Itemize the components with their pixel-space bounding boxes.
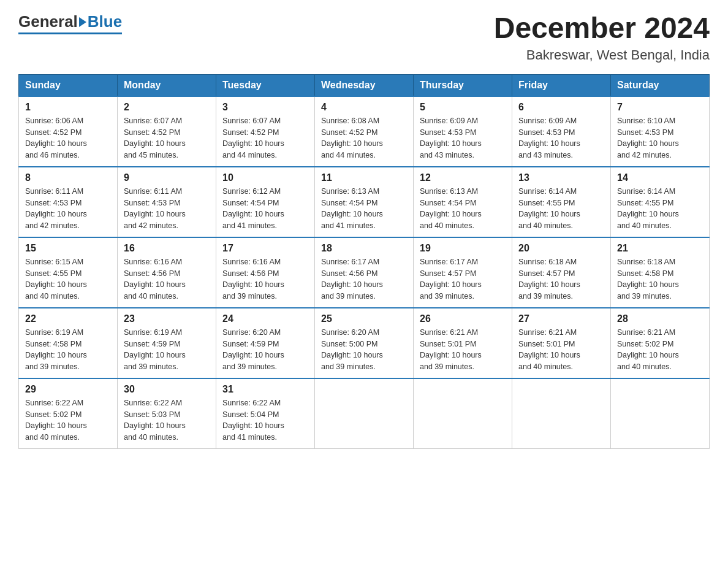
day-info: Sunrise: 6:13 AMSunset: 4:54 PMDaylight:… bbox=[420, 186, 506, 232]
day-number: 12 bbox=[420, 172, 506, 183]
logo-blue: Blue bbox=[88, 12, 122, 31]
day-number: 29 bbox=[25, 384, 111, 395]
day-info: Sunrise: 6:22 AMSunset: 5:02 PMDaylight:… bbox=[25, 397, 111, 443]
day-info: Sunrise: 6:21 AMSunset: 5:01 PMDaylight:… bbox=[420, 327, 506, 373]
calendar-cell: 17Sunrise: 6:16 AMSunset: 4:56 PMDayligh… bbox=[216, 237, 315, 308]
calendar-cell bbox=[611, 378, 710, 449]
day-number: 14 bbox=[617, 172, 703, 183]
week-row-3: 15Sunrise: 6:15 AMSunset: 4:55 PMDayligh… bbox=[19, 237, 710, 308]
calendar-header-row: SundayMondayTuesdayWednesdayThursdayFrid… bbox=[19, 74, 710, 96]
day-number: 6 bbox=[518, 102, 604, 113]
day-info: Sunrise: 6:20 AMSunset: 4:59 PMDaylight:… bbox=[222, 327, 308, 373]
calendar-cell: 7Sunrise: 6:10 AMSunset: 4:53 PMDaylight… bbox=[611, 96, 710, 167]
calendar-cell: 24Sunrise: 6:20 AMSunset: 4:59 PMDayligh… bbox=[216, 308, 315, 378]
day-number: 5 bbox=[420, 102, 506, 113]
calendar-cell: 9Sunrise: 6:11 AMSunset: 4:53 PMDaylight… bbox=[118, 167, 216, 237]
day-number: 17 bbox=[222, 243, 308, 254]
day-info: Sunrise: 6:21 AMSunset: 5:02 PMDaylight:… bbox=[617, 327, 703, 373]
day-number: 8 bbox=[25, 172, 111, 183]
calendar-cell: 6Sunrise: 6:09 AMSunset: 4:53 PMDaylight… bbox=[512, 96, 611, 167]
day-number: 18 bbox=[321, 243, 407, 254]
day-info: Sunrise: 6:15 AMSunset: 4:55 PMDaylight:… bbox=[25, 256, 111, 302]
day-number: 10 bbox=[222, 172, 308, 183]
day-number: 21 bbox=[617, 243, 703, 254]
day-info: Sunrise: 6:19 AMSunset: 4:58 PMDaylight:… bbox=[25, 327, 111, 373]
weekday-header-wednesday: Wednesday bbox=[315, 74, 414, 96]
calendar-cell: 15Sunrise: 6:15 AMSunset: 4:55 PMDayligh… bbox=[19, 237, 118, 308]
day-info: Sunrise: 6:22 AMSunset: 5:03 PMDaylight:… bbox=[124, 397, 210, 443]
calendar-cell: 28Sunrise: 6:21 AMSunset: 5:02 PMDayligh… bbox=[611, 308, 710, 378]
calendar-cell: 8Sunrise: 6:11 AMSunset: 4:53 PMDaylight… bbox=[19, 167, 118, 237]
day-number: 23 bbox=[124, 313, 210, 324]
day-number: 1 bbox=[25, 102, 111, 113]
week-row-2: 8Sunrise: 6:11 AMSunset: 4:53 PMDaylight… bbox=[19, 167, 710, 237]
day-info: Sunrise: 6:16 AMSunset: 4:56 PMDaylight:… bbox=[222, 256, 308, 302]
day-info: Sunrise: 6:21 AMSunset: 5:01 PMDaylight:… bbox=[518, 327, 604, 373]
day-info: Sunrise: 6:08 AMSunset: 4:52 PMDaylight:… bbox=[321, 115, 407, 161]
day-number: 3 bbox=[222, 102, 308, 113]
day-info: Sunrise: 6:13 AMSunset: 4:54 PMDaylight:… bbox=[321, 186, 407, 232]
calendar-cell: 3Sunrise: 6:07 AMSunset: 4:52 PMDaylight… bbox=[216, 96, 315, 167]
day-info: Sunrise: 6:09 AMSunset: 4:53 PMDaylight:… bbox=[420, 115, 506, 161]
day-info: Sunrise: 6:18 AMSunset: 4:58 PMDaylight:… bbox=[617, 256, 703, 302]
calendar-cell: 27Sunrise: 6:21 AMSunset: 5:01 PMDayligh… bbox=[512, 308, 611, 378]
week-row-4: 22Sunrise: 6:19 AMSunset: 4:58 PMDayligh… bbox=[19, 308, 710, 378]
calendar-cell: 19Sunrise: 6:17 AMSunset: 4:57 PMDayligh… bbox=[414, 237, 512, 308]
day-number: 7 bbox=[617, 102, 703, 113]
weekday-header-sunday: Sunday bbox=[19, 74, 118, 96]
week-row-1: 1Sunrise: 6:06 AMSunset: 4:52 PMDaylight… bbox=[19, 96, 710, 167]
day-info: Sunrise: 6:17 AMSunset: 4:57 PMDaylight:… bbox=[420, 256, 506, 302]
calendar-cell: 29Sunrise: 6:22 AMSunset: 5:02 PMDayligh… bbox=[19, 378, 118, 449]
day-info: Sunrise: 6:07 AMSunset: 4:52 PMDaylight:… bbox=[124, 115, 210, 161]
calendar-cell: 12Sunrise: 6:13 AMSunset: 4:54 PMDayligh… bbox=[414, 167, 512, 237]
weekday-header-monday: Monday bbox=[118, 74, 216, 96]
page-header: General Blue December 2024 Bakreswar, We… bbox=[18, 12, 710, 63]
day-number: 30 bbox=[124, 384, 210, 395]
day-number: 20 bbox=[518, 243, 604, 254]
day-info: Sunrise: 6:07 AMSunset: 4:52 PMDaylight:… bbox=[222, 115, 308, 161]
calendar-cell: 13Sunrise: 6:14 AMSunset: 4:55 PMDayligh… bbox=[512, 167, 611, 237]
calendar-cell: 14Sunrise: 6:14 AMSunset: 4:55 PMDayligh… bbox=[611, 167, 710, 237]
logo: General Blue bbox=[18, 12, 122, 34]
calendar-cell: 31Sunrise: 6:22 AMSunset: 5:04 PMDayligh… bbox=[216, 378, 315, 449]
month-title: December 2024 bbox=[494, 12, 710, 45]
day-number: 28 bbox=[617, 313, 703, 324]
day-number: 2 bbox=[124, 102, 210, 113]
day-info: Sunrise: 6:16 AMSunset: 4:56 PMDaylight:… bbox=[124, 256, 210, 302]
day-number: 24 bbox=[222, 313, 308, 324]
calendar-cell: 30Sunrise: 6:22 AMSunset: 5:03 PMDayligh… bbox=[118, 378, 216, 449]
location-label: Bakreswar, West Bengal, India bbox=[494, 47, 710, 63]
title-section: December 2024 Bakreswar, West Bengal, In… bbox=[494, 12, 710, 63]
day-info: Sunrise: 6:19 AMSunset: 4:59 PMDaylight:… bbox=[124, 327, 210, 373]
day-info: Sunrise: 6:12 AMSunset: 4:54 PMDaylight:… bbox=[222, 186, 308, 232]
calendar-cell bbox=[414, 378, 512, 449]
day-number: 25 bbox=[321, 313, 407, 324]
day-info: Sunrise: 6:06 AMSunset: 4:52 PMDaylight:… bbox=[25, 115, 111, 161]
logo-underline bbox=[18, 33, 122, 34]
day-number: 4 bbox=[321, 102, 407, 113]
calendar-cell: 26Sunrise: 6:21 AMSunset: 5:01 PMDayligh… bbox=[414, 308, 512, 378]
day-number: 19 bbox=[420, 243, 506, 254]
logo-general: General bbox=[18, 12, 78, 31]
day-number: 15 bbox=[25, 243, 111, 254]
day-info: Sunrise: 6:14 AMSunset: 4:55 PMDaylight:… bbox=[518, 186, 604, 232]
day-info: Sunrise: 6:14 AMSunset: 4:55 PMDaylight:… bbox=[617, 186, 703, 232]
calendar-cell: 1Sunrise: 6:06 AMSunset: 4:52 PMDaylight… bbox=[19, 96, 118, 167]
calendar-cell: 16Sunrise: 6:16 AMSunset: 4:56 PMDayligh… bbox=[118, 237, 216, 308]
calendar-cell bbox=[512, 378, 611, 449]
weekday-header-tuesday: Tuesday bbox=[216, 74, 315, 96]
calendar-cell: 11Sunrise: 6:13 AMSunset: 4:54 PMDayligh… bbox=[315, 167, 414, 237]
day-number: 26 bbox=[420, 313, 506, 324]
day-info: Sunrise: 6:18 AMSunset: 4:57 PMDaylight:… bbox=[518, 256, 604, 302]
day-info: Sunrise: 6:11 AMSunset: 4:53 PMDaylight:… bbox=[124, 186, 210, 232]
day-number: 27 bbox=[518, 313, 604, 324]
weekday-header-thursday: Thursday bbox=[414, 74, 512, 96]
calendar-cell: 5Sunrise: 6:09 AMSunset: 4:53 PMDaylight… bbox=[414, 96, 512, 167]
day-info: Sunrise: 6:20 AMSunset: 5:00 PMDaylight:… bbox=[321, 327, 407, 373]
week-row-5: 29Sunrise: 6:22 AMSunset: 5:02 PMDayligh… bbox=[19, 378, 710, 449]
day-number: 9 bbox=[124, 172, 210, 183]
calendar-table: SundayMondayTuesdayWednesdayThursdayFrid… bbox=[18, 74, 710, 449]
day-info: Sunrise: 6:09 AMSunset: 4:53 PMDaylight:… bbox=[518, 115, 604, 161]
calendar-cell: 22Sunrise: 6:19 AMSunset: 4:58 PMDayligh… bbox=[19, 308, 118, 378]
day-info: Sunrise: 6:11 AMSunset: 4:53 PMDaylight:… bbox=[25, 186, 111, 232]
